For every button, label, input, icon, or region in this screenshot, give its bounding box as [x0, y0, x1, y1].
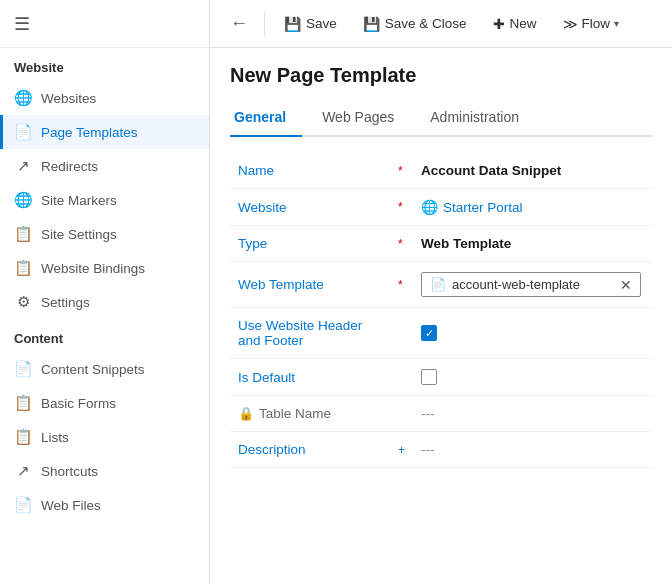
use-header-footer-label: Use Website Header and Footer: [230, 308, 390, 359]
sidebar-item-label: Shortcuts: [41, 464, 98, 479]
table-row: 🔒 Table Name ---: [230, 396, 652, 432]
table-row: Description + ---: [230, 432, 652, 468]
sidebar-section-website: Website: [0, 48, 209, 81]
save-close-icon: 💾: [363, 16, 380, 32]
tab-web-pages[interactable]: Web Pages: [318, 101, 410, 137]
checked-checkbox[interactable]: [421, 325, 437, 341]
lock-icon: 🔒: [238, 406, 254, 421]
use-header-footer-value: [413, 308, 652, 359]
description-label: Description: [230, 432, 390, 468]
tab-general[interactable]: General: [230, 101, 302, 137]
sidebar-item-page-templates[interactable]: 📄 Page Templates: [0, 115, 209, 149]
website-link-text: Starter Portal: [443, 200, 523, 215]
save-icon: 💾: [284, 16, 301, 32]
name-label: Name: [230, 153, 390, 189]
sidebar-item-label: Website Bindings: [41, 261, 145, 276]
website-value[interactable]: 🌐 Starter Portal: [413, 189, 652, 225]
sidebar-item-label: Settings: [41, 295, 90, 310]
table-row: Is Default: [230, 359, 652, 396]
type-label: Type: [230, 226, 390, 262]
is-default-value: [413, 359, 652, 396]
sidebar-item-settings[interactable]: ⚙ Settings: [0, 285, 209, 319]
is-default-checkbox[interactable]: [421, 369, 644, 385]
table-row: Use Website Header and Footer: [230, 308, 652, 359]
sidebar-header: ☰: [0, 0, 209, 48]
website-label: Website: [230, 189, 390, 226]
sidebar-item-label: Web Files: [41, 498, 101, 513]
content-snippets-icon: 📄: [14, 360, 32, 378]
site-marker-icon: 🌐: [14, 191, 32, 209]
settings-icon: ⚙: [14, 293, 32, 311]
is-default-label: Is Default: [230, 359, 390, 396]
description-value: ---: [413, 432, 652, 468]
save-label: Save: [306, 16, 337, 31]
unchecked-checkbox[interactable]: [421, 369, 437, 385]
sidebar-item-label: Websites: [41, 91, 96, 106]
back-button[interactable]: ←: [222, 8, 256, 39]
flow-button[interactable]: ≫ Flow ▾: [552, 10, 631, 38]
table-row: Web Template * 📄 account-web-template ✕: [230, 262, 652, 308]
form-table: Name * Account Data Snippet Website * 🌐 …: [230, 153, 652, 468]
sidebar-item-label: Basic Forms: [41, 396, 116, 411]
new-label: New: [510, 16, 537, 31]
use-header-footer-checkbox[interactable]: [421, 325, 644, 341]
sidebar-section-content: Content: [0, 319, 209, 352]
web-template-field[interactable]: 📄 account-web-template ✕: [421, 272, 641, 297]
sidebar-item-site-settings[interactable]: 📋 Site Settings: [0, 217, 209, 251]
save-button[interactable]: 💾 Save: [273, 10, 348, 38]
sidebar-item-website-bindings[interactable]: 📋 Website Bindings: [0, 251, 209, 285]
web-template-label: Web Template: [230, 262, 390, 308]
sidebar: ☰ Website 🌐 Websites 📄 Page Templates ↗ …: [0, 0, 210, 584]
sidebar-item-site-markers[interactable]: 🌐 Site Markers: [0, 183, 209, 217]
sidebar-item-label: Content Snippets: [41, 362, 145, 377]
name-value: Account Data Snippet: [413, 153, 652, 189]
tab-administration[interactable]: Administration: [426, 101, 535, 137]
web-template-required: *: [390, 262, 413, 308]
sidebar-item-web-files[interactable]: 📄 Web Files: [0, 488, 209, 522]
table-name-value: ---: [413, 396, 652, 432]
clear-icon[interactable]: ✕: [620, 278, 632, 292]
sidebar-item-shortcuts[interactable]: ↗ Shortcuts: [0, 454, 209, 488]
website-bindings-icon: 📋: [14, 259, 32, 277]
sidebar-item-basic-forms[interactable]: 📋 Basic Forms: [0, 386, 209, 420]
description-required: +: [390, 432, 413, 468]
sidebar-item-content-snippets[interactable]: 📄 Content Snippets: [0, 352, 209, 386]
sidebar-item-redirects[interactable]: ↗ Redirects: [0, 149, 209, 183]
page-title: New Page Template: [230, 64, 652, 87]
globe-icon: 🌐: [14, 89, 32, 107]
site-settings-icon: 📋: [14, 225, 32, 243]
redirect-icon: ↗: [14, 157, 32, 175]
plus-icon: +: [398, 443, 405, 457]
hamburger-icon[interactable]: ☰: [14, 13, 30, 35]
globe-icon: 🌐: [421, 199, 438, 215]
new-icon: ✚: [493, 16, 505, 32]
table-name-label-cell: 🔒 Table Name: [230, 396, 390, 432]
sidebar-item-websites[interactable]: 🌐 Websites: [0, 81, 209, 115]
basic-forms-icon: 📋: [14, 394, 32, 412]
type-required: *: [390, 226, 413, 262]
table-row: Website * 🌐 Starter Portal: [230, 189, 652, 226]
sidebar-item-label: Lists: [41, 430, 69, 445]
toolbar: ← 💾 Save 💾 Save & Close ✚ New ≫ Flow ▾: [210, 0, 672, 48]
separator: [264, 12, 265, 36]
web-template-text: account-web-template: [452, 277, 614, 292]
sidebar-item-label: Redirects: [41, 159, 98, 174]
sidebar-item-label: Site Settings: [41, 227, 117, 242]
chevron-down-icon: ▾: [614, 18, 619, 29]
table-row: Type * Web Template: [230, 226, 652, 262]
sidebar-item-lists[interactable]: 📋 Lists: [0, 420, 209, 454]
page-body: New Page Template General Web Pages Admi…: [210, 48, 672, 584]
table-name-text: Table Name: [259, 406, 331, 421]
save-close-button[interactable]: 💾 Save & Close: [352, 10, 478, 38]
sidebar-item-label: Page Templates: [41, 125, 138, 140]
new-button[interactable]: ✚ New: [482, 10, 548, 38]
lists-icon: 📋: [14, 428, 32, 446]
doc-icon: 📄: [430, 277, 446, 292]
web-files-icon: 📄: [14, 496, 32, 514]
flow-icon: ≫: [563, 16, 578, 32]
is-default-required: [390, 359, 413, 396]
shortcuts-icon: ↗: [14, 462, 32, 480]
website-required: *: [390, 189, 413, 226]
name-required: *: [390, 153, 413, 189]
save-close-label: Save & Close: [385, 16, 467, 31]
